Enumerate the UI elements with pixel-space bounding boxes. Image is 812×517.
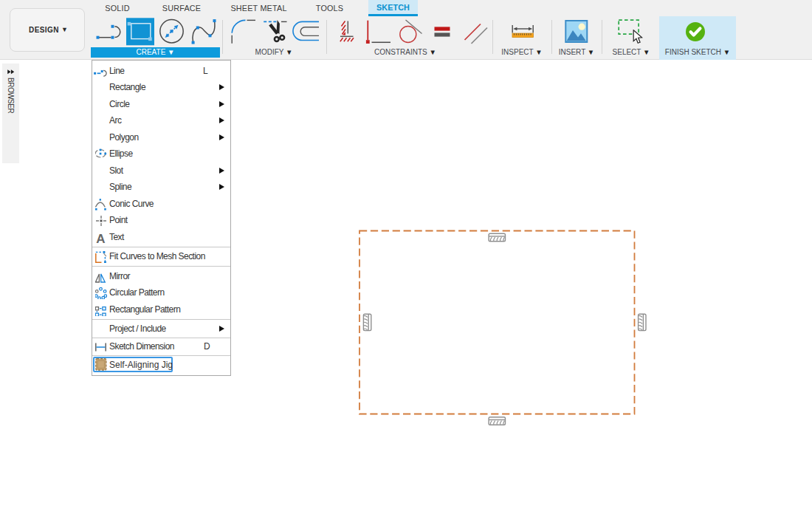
svg-text:A: A <box>96 232 105 244</box>
